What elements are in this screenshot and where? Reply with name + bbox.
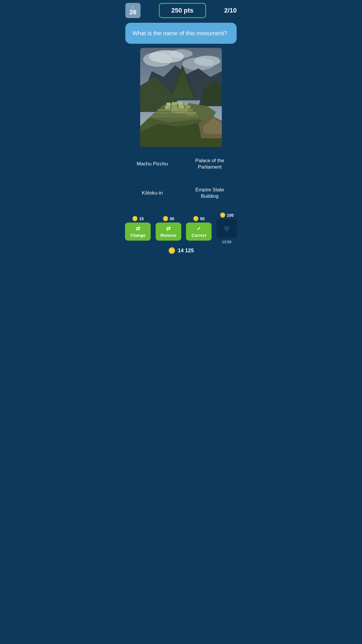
coin-icon-heart: 🪙	[220, 212, 226, 218]
streak-number: 26	[129, 9, 136, 15]
svg-rect-21	[172, 102, 177, 105]
points-display: 250 pts	[171, 7, 194, 14]
change-tool: 🪙 15 ⇄ Change	[125, 216, 151, 241]
footer-coins: 🪙 14 125	[121, 245, 241, 257]
remove-label: Remove	[161, 233, 176, 238]
heart-icon: ♥	[223, 222, 230, 235]
correct-icon: ✓	[197, 225, 201, 232]
heart-timer: 13:50	[222, 240, 231, 244]
remove-cost-value: 30	[170, 216, 174, 221]
svg-rect-20	[166, 103, 171, 106]
heart-tool: 🪙 100 ♥ 13:50	[217, 212, 237, 244]
monument-image	[140, 48, 222, 147]
top-bar: || 26 250 pts 2/10	[121, 0, 241, 20]
change-icon: ⇄	[136, 225, 140, 232]
correct-cost-value: 50	[200, 216, 205, 221]
remove-cost: 🪙 30	[163, 216, 174, 221]
heart-cost: 🪙 100	[220, 212, 233, 218]
answer-palace-parliament[interactable]: Palace of the Parliament	[183, 151, 237, 177]
question-text: What is the name of this monument?	[132, 30, 227, 36]
footer-coin-amount: 14 125	[178, 248, 194, 254]
change-label: Change	[131, 233, 145, 238]
svg-point-29	[185, 111, 197, 116]
change-cost-value: 15	[139, 216, 144, 221]
answer-empire-state[interactable]: Empire State Building	[183, 180, 237, 206]
coin-icon-correct: 🪙	[193, 216, 199, 221]
progress-display: 2/10	[224, 7, 237, 14]
coin-icon-change: 🪙	[132, 216, 138, 221]
remove-button[interactable]: ⇄ Remove	[156, 223, 181, 241]
answer-machu-picchu[interactable]: Machu Picchu	[125, 151, 179, 177]
correct-button[interactable]: ✓ Correct	[186, 223, 212, 241]
bottom-toolbar: 🪙 15 ⇄ Change 🪙 30 ⇄ Remove 🪙 50 ✓ Corre…	[121, 210, 241, 245]
remove-tool: 🪙 30 ⇄ Remove	[156, 216, 181, 241]
points-box: 250 pts	[159, 3, 206, 18]
correct-tool: 🪙 50 ✓ Correct	[186, 216, 212, 241]
footer-coin-icon: 🪙	[168, 247, 175, 254]
heart-cost-value: 100	[227, 213, 233, 218]
svg-point-5	[169, 49, 193, 58]
change-button[interactable]: ⇄ Change	[125, 223, 151, 241]
svg-point-28	[171, 108, 188, 113]
question-box: What is the name of this monument?	[125, 23, 237, 44]
svg-rect-16	[165, 106, 170, 109]
correct-cost: 🪙 50	[193, 216, 205, 221]
remove-icon: ⇄	[166, 225, 171, 232]
correct-label: Correct	[191, 233, 206, 238]
svg-point-4	[194, 56, 220, 66]
change-cost: 🪙 15	[132, 216, 144, 221]
heart-button[interactable]: ♥	[217, 219, 237, 238]
svg-rect-22	[178, 102, 183, 105]
answer-kotoku-in[interactable]: Kōtoku-in	[125, 180, 179, 206]
answers-grid: Machu Picchu Palace of the Parliament Kō…	[121, 151, 241, 206]
svg-rect-19	[185, 105, 190, 109]
coin-icon-remove: 🪙	[163, 216, 168, 221]
streak-box: || 26	[125, 3, 140, 18]
svg-rect-23	[184, 102, 188, 105]
